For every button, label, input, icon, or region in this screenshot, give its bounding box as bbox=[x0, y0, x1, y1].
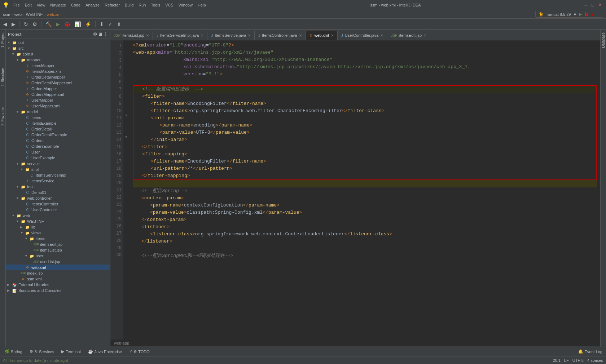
tree-item-itemsmapper[interactable]: I ItemsMapper bbox=[6, 63, 110, 68]
tree-item-ordersmapperxml[interactable]: ⚙ OrdersMapper.xml bbox=[6, 92, 110, 97]
bottom-tab-spring[interactable]: 🌿 Spring bbox=[1, 349, 25, 355]
tree-item-itemscontroller[interactable]: C ItemsController bbox=[6, 201, 110, 207]
profile-button[interactable]: ⚡ bbox=[83, 21, 93, 28]
menu-vcs[interactable]: VCS bbox=[163, 2, 176, 8]
tab-close-icon[interactable]: ✕ bbox=[299, 34, 302, 37]
menu-navigate[interactable]: Navigate bbox=[48, 2, 68, 8]
tab-itemslist[interactable]: JSP itemsList.jsp ✕ bbox=[110, 31, 153, 40]
tree-item-orderdetailmapperxml[interactable]: ⚙ OrderDetailMapper.xml bbox=[6, 80, 110, 86]
tree-item-orderdetailmapper[interactable]: I OrderDetailMapper bbox=[6, 74, 110, 80]
vcs-commit-button[interactable]: ✓ bbox=[106, 21, 114, 28]
tab-close-icon[interactable]: ✕ bbox=[423, 34, 426, 37]
menu-view[interactable]: View bbox=[35, 2, 48, 8]
nav-part-webxml[interactable]: web.xml bbox=[47, 12, 61, 17]
tab-close-icon[interactable]: ✕ bbox=[380, 34, 383, 37]
indent-indicator[interactable]: 4 spaces bbox=[587, 358, 603, 363]
tree-item-orderdetail[interactable]: C OrderDetail bbox=[6, 126, 110, 132]
tree-item-usermapperxml[interactable]: ⚙ UserMapper.xml bbox=[6, 103, 110, 109]
tab-close-icon[interactable]: ✕ bbox=[146, 34, 149, 37]
maximize-button[interactable]: □ bbox=[590, 2, 596, 8]
coverage-button[interactable]: 📊 bbox=[73, 21, 83, 28]
nav-part-web[interactable]: web bbox=[14, 12, 22, 17]
cursor-position[interactable]: 20:1 bbox=[553, 358, 561, 363]
tree-item-itemsserviceimpl[interactable]: C ItemsServiceImpl bbox=[6, 172, 110, 178]
back-button[interactable]: ◀ bbox=[1, 21, 9, 28]
tree-item-test[interactable]: ▼ 📁 test bbox=[6, 184, 110, 190]
nav-part-webinf[interactable]: WEB-INF bbox=[26, 12, 43, 17]
tree-item-webxml[interactable]: ⚙ web.xml bbox=[6, 265, 110, 270]
settings-button[interactable]: ⚙ bbox=[31, 21, 39, 28]
run-main-button[interactable]: ▶ bbox=[54, 21, 62, 28]
build-button[interactable]: 🔨 bbox=[44, 21, 53, 28]
menu-edit[interactable]: Edit bbox=[23, 2, 34, 8]
debug-main-button[interactable]: 🐞 bbox=[62, 21, 72, 28]
tree-item-itemsedit[interactable]: JSP itemsEdit.jsp bbox=[6, 241, 110, 247]
tree-item-mapper[interactable]: ▼ 📁 mapper bbox=[6, 57, 110, 63]
sidebar-tab-project[interactable]: 1: Project bbox=[0, 31, 5, 49]
code-content[interactable]: <?xml version="1.0" encoding="UTF-8"?> <… bbox=[129, 40, 600, 339]
tab-close-icon[interactable]: ✕ bbox=[248, 34, 251, 37]
bottom-tab-enterprise[interactable]: ☕ Java Enterprise bbox=[85, 349, 125, 355]
more-button[interactable]: ⋮ bbox=[596, 12, 600, 17]
bottom-tab-todo[interactable]: ✓ 6: TODO bbox=[126, 349, 153, 355]
tree-item-orderdetailexample[interactable]: C OrderDetailExample bbox=[6, 132, 110, 138]
tree-item-itemsservice[interactable]: I ItemsService bbox=[6, 178, 110, 184]
tab-itemscontroller[interactable]: J ItemsController.java ✕ bbox=[255, 31, 306, 40]
menu-build[interactable]: Build bbox=[123, 2, 136, 8]
close-button[interactable]: ✕ bbox=[597, 2, 603, 8]
tree-item-orders[interactable]: C Orders bbox=[6, 138, 110, 143]
project-panel-settings-icon[interactable]: ⋮ bbox=[104, 32, 108, 37]
tree-item-itemsmapperxml[interactable]: ⚙ ItemsMapper.xml bbox=[6, 68, 110, 74]
tree-item-lib[interactable]: ▶ 📁 lib bbox=[6, 224, 110, 230]
tree-item-model[interactable]: ▼ 📁 model bbox=[6, 109, 110, 115]
vcs-update-button[interactable]: ⬇ bbox=[98, 21, 106, 28]
tree-item-usermapper[interactable]: I UserMapper bbox=[6, 97, 110, 103]
bottom-tab-services[interactable]: ⚙ 8: Services bbox=[27, 349, 57, 355]
sidebar-tab-database[interactable]: Database bbox=[601, 31, 606, 49]
menu-refactor[interactable]: Refactor bbox=[102, 2, 122, 8]
tree-item-web[interactable]: ▼ 📁 web bbox=[6, 213, 110, 218]
line-separator[interactable]: LF bbox=[564, 358, 569, 363]
minimize-button[interactable]: ─ bbox=[583, 2, 589, 8]
tree-item-views[interactable]: ▼ 📁 views bbox=[6, 230, 110, 236]
tomcat-selector[interactable]: 🐈 Tomcat 8.5.29 ▼ ▶ 🐞 ■ ⋮ bbox=[535, 11, 603, 18]
menu-window[interactable]: Window bbox=[176, 2, 195, 8]
project-panel-expand-icon[interactable]: ⊞ bbox=[98, 32, 102, 37]
tree-item-items-folder[interactable]: ▼ 📁 items bbox=[6, 236, 110, 241]
tree-item-ssmxml[interactable]: ⚙ ssm.xml bbox=[6, 276, 110, 282]
vcs-push-button[interactable]: ⬆ bbox=[115, 21, 123, 28]
tree-item-items[interactable]: C Items bbox=[6, 115, 110, 120]
encoding-indicator[interactable]: UTF-8 bbox=[572, 358, 584, 363]
tab-close-icon[interactable]: ✕ bbox=[331, 34, 334, 37]
tab-itemsserviceimpl[interactable]: J ItemsServiceImpl.java ✕ bbox=[153, 31, 208, 40]
tree-item-service[interactable]: ▼ 📁 service bbox=[6, 161, 110, 167]
tree-item-user-folder[interactable]: ▼ 📁 user bbox=[6, 253, 110, 259]
tab-itemsservice[interactable]: J ItemsService.java ✕ bbox=[207, 31, 255, 40]
menu-help[interactable]: Help bbox=[196, 2, 208, 8]
sync-button[interactable]: ↻ bbox=[22, 21, 30, 28]
debug-button[interactable]: 🐞 bbox=[584, 12, 589, 17]
tree-item-userlist[interactable]: JSP userList.jsp bbox=[6, 259, 110, 265]
tree-item-ordersexample[interactable]: C OrdersExample bbox=[6, 143, 110, 149]
tab-close-icon[interactable]: ✕ bbox=[201, 34, 203, 37]
tree-item-indexjsp[interactable]: JSP index.jsp bbox=[6, 270, 110, 276]
menu-analyze[interactable]: Analyze bbox=[83, 2, 102, 8]
stop-button[interactable]: ■ bbox=[591, 12, 594, 17]
tree-item-itemslist[interactable]: JSP itemsList.jsp bbox=[6, 247, 110, 253]
tree-item-scratches[interactable]: ▶ 📝 Scratches and Consoles bbox=[6, 288, 110, 293]
tab-usercontroller[interactable]: J UserController.java ✕ bbox=[338, 31, 387, 40]
nav-part-ssm[interactable]: ssm bbox=[3, 12, 10, 17]
bottom-tab-terminal[interactable]: ▶ Terminal bbox=[58, 349, 84, 355]
sidebar-tab-structure[interactable]: 2: Structure bbox=[0, 66, 5, 88]
code-editor[interactable]: 12345 678910 1112131415 1617181920 21222… bbox=[110, 40, 600, 339]
project-panel-gear-icon[interactable]: ⚙ bbox=[93, 32, 97, 37]
tab-webxml[interactable]: ⚙ web.xml ✕ bbox=[306, 31, 338, 40]
tree-item-external-libs[interactable]: ▶ 📚 External Libraries bbox=[6, 282, 110, 288]
tomcat-dropdown-icon[interactable]: ▼ bbox=[573, 12, 577, 17]
tree-item-impl[interactable]: ▼ 📁 impl bbox=[6, 167, 110, 172]
menu-file[interactable]: File bbox=[11, 2, 22, 8]
menu-run[interactable]: Run bbox=[136, 2, 148, 8]
tree-item-usercontroller[interactable]: C UserController bbox=[6, 207, 110, 213]
run-button[interactable]: ▶ bbox=[579, 12, 582, 17]
tab-itemsedit[interactable]: JSP itemsEdit.jsp ✕ bbox=[387, 31, 430, 40]
